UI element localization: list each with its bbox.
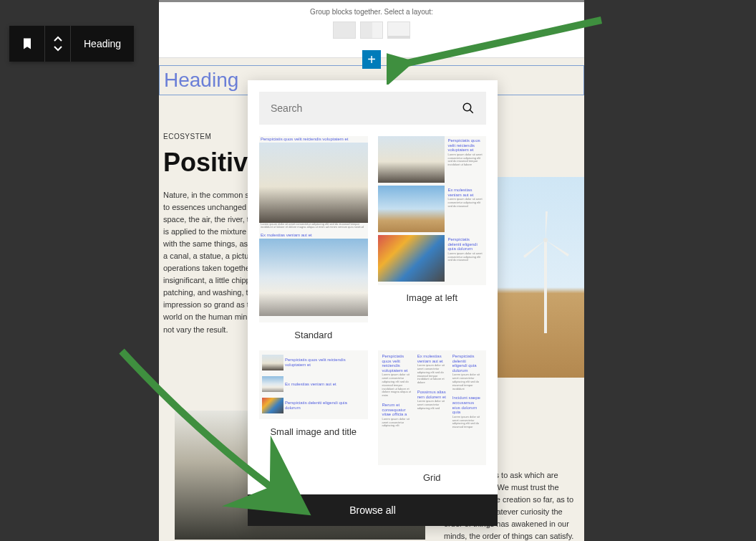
- pattern-small-image-title[interactable]: Perspiciatis quos velit reiciendis volup…: [259, 350, 368, 483]
- inserter-search[interactable]: [259, 92, 486, 125]
- block-mover[interactable]: [45, 26, 71, 62]
- group-hint-text: Group blocks together. Select a layout:: [310, 8, 433, 16]
- svg-point-3: [463, 103, 471, 111]
- pattern-label: Grid: [423, 472, 441, 483]
- svg-line-4: [470, 110, 473, 113]
- plus-icon: +: [367, 52, 376, 68]
- pattern-grid[interactable]: Perspiciatis quos velit reiciendis volup…: [378, 350, 487, 483]
- search-input[interactable]: [271, 102, 462, 114]
- block-type-button[interactable]: [9, 26, 45, 62]
- pattern-label: Standard: [294, 330, 332, 340]
- pattern-image-at-left[interactable]: Perspiciatis quos velit reiciendis volup…: [378, 136, 487, 340]
- block-inserter-button[interactable]: +: [362, 50, 381, 69]
- bookmark-icon: [20, 37, 34, 51]
- block-toolbar: Heading: [9, 26, 134, 62]
- chevron-down-icon: [54, 46, 62, 52]
- browse-all-label: Browse all: [349, 504, 396, 516]
- search-icon: [462, 102, 475, 115]
- chevron-up-icon: [54, 36, 62, 42]
- layout-option-3[interactable]: [387, 21, 410, 39]
- block-inserter-panel: Perspiciatis quos velit reiciendis volup…: [248, 80, 498, 526]
- layout-option-2[interactable]: [360, 21, 383, 39]
- block-type-label: Heading: [71, 38, 134, 49]
- browse-all-button[interactable]: Browse all: [248, 494, 498, 526]
- pattern-standard[interactable]: Perspiciatis quos velit reiciendis volup…: [259, 136, 368, 340]
- layout-option-1[interactable]: [333, 21, 356, 39]
- svg-rect-0: [544, 240, 547, 333]
- pattern-label: Image at left: [406, 292, 457, 303]
- pattern-label: Small image and title: [270, 426, 357, 437]
